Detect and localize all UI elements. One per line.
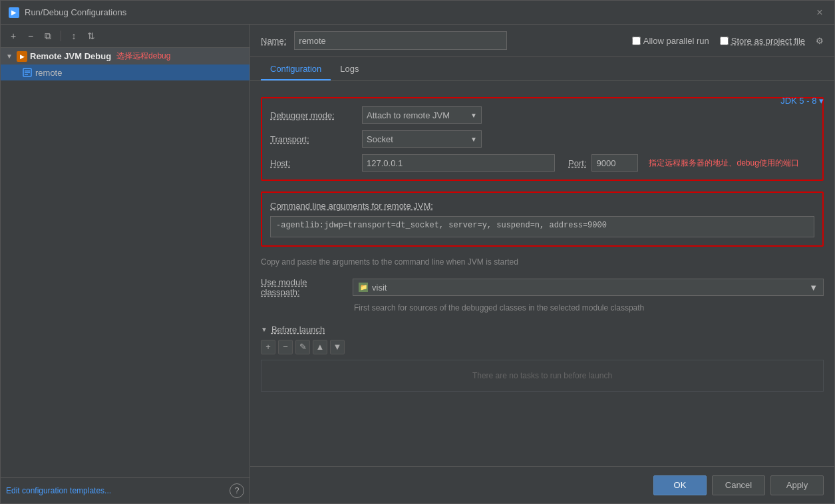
name-label: Name: — [261, 36, 286, 46]
command-label: Command line arguments for remote JVM: — [270, 201, 814, 211]
debugger-mode-row: Debugger mode: Attach to remote JVM ▼ — [270, 106, 814, 124]
debugger-mode-dropdown[interactable]: Attach to remote JVM ▼ — [362, 106, 482, 124]
port-label: Port: — [568, 158, 586, 168]
host-port-row: Host: Port: 指定远程服务器的地址、debug使用的端口 — [270, 154, 814, 172]
dialog-title: Run/Debug Configurations — [25, 7, 126, 17]
apply-button[interactable]: Apply — [770, 475, 824, 495]
allow-parallel-checkbox[interactable] — [632, 37, 641, 45]
store-gear-icon[interactable]: ⚙ — [816, 36, 824, 46]
add-config-button[interactable]: + — [6, 29, 21, 43]
svg-rect-3 — [25, 74, 28, 75]
store-as-project-checkbox[interactable] — [720, 37, 729, 45]
command-text: -agentlib:jdwp=transport=dt_socket, serv… — [270, 216, 814, 237]
debugger-mode-arrow: ▼ — [470, 112, 477, 119]
run-debug-configurations-dialog: ▶ Run/Debug Configurations × + − ⧉ ↕ ⇅ ▼… — [0, 0, 835, 504]
port-input[interactable] — [591, 154, 638, 172]
before-launch-arrow[interactable]: ▼ — [261, 326, 267, 333]
sidebar-tree: ▼ ▶ Remote JVM Debug 选择远程debug rem — [1, 48, 250, 477]
svg-rect-2 — [25, 72, 30, 74]
tabs-bar: Configuration Logs — [250, 57, 834, 81]
module-dropdown[interactable]: 📁 visit ▼ — [353, 279, 824, 296]
debugger-mode-value: Attach to remote JVM — [367, 110, 450, 120]
move-config-button[interactable]: ↕ — [67, 29, 81, 43]
tree-group-icon: ▶ — [17, 51, 27, 62]
svg-rect-1 — [25, 70, 30, 72]
allow-parallel-checkbox-item[interactable]: Allow parallel run — [632, 36, 709, 46]
module-value: visit — [372, 283, 387, 293]
tree-item-label: remote — [35, 68, 62, 78]
tree-item-icon — [22, 67, 33, 78]
jdk-link[interactable]: JDK 5 - 8 ▾ — [780, 96, 824, 106]
transport-value: Socket — [367, 134, 393, 144]
dialog-footer: OK Cancel Apply — [250, 466, 834, 503]
module-icon: 📁 — [359, 283, 368, 292]
main-content: + − ⧉ ↕ ⇅ ▼ ▶ Remote JVM Debug 选择远程debug — [1, 25, 834, 503]
module-note: First search for sources of the debugged… — [261, 303, 824, 314]
module-label: Use module classpath: — [261, 277, 347, 297]
dialog-icon: ▶ — [9, 7, 19, 18]
tab-configuration[interactable]: Configuration — [261, 60, 331, 80]
transport-row: Transport: Socket ▼ — [270, 130, 814, 148]
tree-group-annotation: 选择远程debug — [116, 51, 170, 62]
sort-config-button[interactable]: ⇅ — [84, 29, 98, 43]
debugger-section-wrapper: JDK 5 - 8 ▾ Debugger mode: Attach to rem… — [261, 97, 824, 181]
help-button[interactable]: ? — [230, 483, 244, 498]
remove-config-button[interactable]: − — [23, 29, 38, 43]
sidebar-bottom: Edit configuration templates... ? — [1, 477, 250, 503]
title-bar: ▶ Run/Debug Configurations × — [1, 1, 834, 25]
transport-dropdown[interactable]: Socket ▼ — [362, 130, 482, 148]
before-launch-remove-button[interactable]: − — [278, 340, 293, 354]
host-input[interactable] — [362, 154, 555, 172]
config-header: Name: Allow parallel run Store as projec… — [250, 25, 834, 57]
before-launch-add-button[interactable]: + — [261, 340, 275, 354]
allow-parallel-label: Allow parallel run — [643, 36, 709, 46]
transport-arrow: ▼ — [470, 136, 477, 143]
before-launch-header: ▼ Before launch — [261, 324, 824, 334]
tree-group-remote-jvm-debug[interactable]: ▼ ▶ Remote JVM Debug 选择远程debug — [1, 48, 250, 64]
module-row: Use module classpath: 📁 visit ▼ — [261, 277, 824, 297]
debugger-mode-label: Debugger mode: — [270, 110, 357, 120]
host-label: Host: — [270, 158, 357, 168]
header-options: Allow parallel run Store as project file… — [632, 36, 824, 46]
module-arrow: ▼ — [809, 283, 818, 293]
tree-group-label: Remote JVM Debug — [30, 51, 111, 61]
transport-label: Transport: — [270, 134, 357, 144]
command-section: Command line arguments for remote JVM: -… — [261, 191, 824, 247]
cancel-button[interactable]: Cancel — [712, 475, 765, 495]
debugger-settings-section: Debugger mode: Attach to remote JVM ▼ Tr… — [261, 97, 824, 181]
copy-paste-note: Copy and paste the arguments to the comm… — [261, 257, 824, 267]
before-launch-down-button[interactable]: ▼ — [330, 340, 345, 354]
before-launch-empty: There are no tasks to run before launch — [261, 360, 824, 392]
close-button[interactable]: × — [813, 6, 826, 19]
name-input[interactable] — [294, 31, 507, 50]
before-launch-edit-button[interactable]: ✎ — [295, 340, 310, 354]
tree-group-arrow: ▼ — [6, 53, 14, 60]
tree-item-remote[interactable]: remote — [1, 64, 250, 80]
before-launch-label: Before launch — [271, 324, 325, 334]
before-launch-section: ▼ Before launch + − ✎ ▲ ▼ There are no t… — [261, 324, 824, 392]
store-as-project-label: Store as project file — [731, 36, 805, 46]
tab-logs[interactable]: Logs — [331, 60, 368, 80]
before-launch-toolbar: + − ✎ ▲ ▼ — [261, 340, 824, 354]
port-annotation: 指定远程服务器的地址、debug使用的端口 — [649, 158, 798, 169]
jdk-selector-label: JDK 5 - 8 ▾ — [780, 96, 824, 106]
config-body: JDK 5 - 8 ▾ Debugger mode: Attach to rem… — [250, 81, 834, 466]
ok-button[interactable]: OK — [653, 475, 707, 495]
sidebar: + − ⧉ ↕ ⇅ ▼ ▶ Remote JVM Debug 选择远程debug — [1, 25, 250, 503]
title-bar-left: ▶ Run/Debug Configurations — [9, 7, 126, 18]
copy-config-button[interactable]: ⧉ — [41, 29, 55, 43]
store-as-project-checkbox-item[interactable]: Store as project file — [720, 36, 805, 46]
before-launch-up-button[interactable]: ▲ — [313, 340, 327, 354]
edit-templates-link[interactable]: Edit configuration templates... — [6, 486, 111, 495]
right-panel: Name: Allow parallel run Store as projec… — [250, 25, 834, 503]
toolbar-divider — [61, 31, 61, 41]
sidebar-toolbar: + − ⧉ ↕ ⇅ — [1, 25, 250, 48]
